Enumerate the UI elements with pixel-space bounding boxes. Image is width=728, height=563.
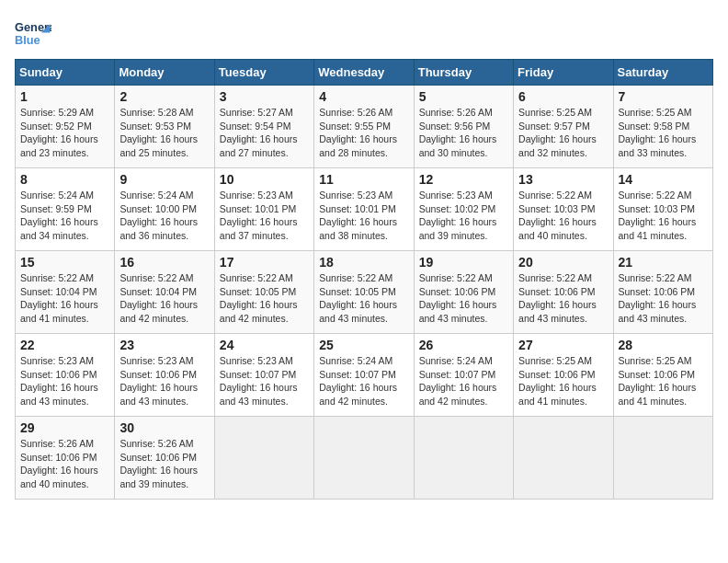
weekday-header-cell: Thursday (414, 60, 513, 86)
day-info: Sunrise: 5:23 AMSunset: 10:06 PMDaylight… (20, 354, 109, 408)
day-number: 6 (518, 89, 608, 104)
day-number: 23 (119, 338, 209, 352)
day-info: Sunrise: 5:24 AMSunset: 10:00 PMDaylight… (119, 189, 209, 243)
calendar-day-cell: 2Sunrise: 5:28 AMSunset: 9:53 PMDaylight… (115, 86, 214, 168)
calendar-day-cell: 22Sunrise: 5:23 AMSunset: 10:06 PMDaylig… (16, 334, 115, 417)
day-info: Sunrise: 5:26 AMSunset: 10:06 PMDaylight… (119, 437, 209, 491)
day-number: 12 (419, 172, 508, 187)
weekday-header-cell: Sunday (16, 60, 115, 86)
calendar-day-cell: 21Sunrise: 5:22 AMSunset: 10:06 PMDaylig… (613, 251, 712, 334)
day-info: Sunrise: 5:22 AMSunset: 10:05 PMDaylight… (319, 271, 408, 326)
day-info: Sunrise: 5:23 AMSunset: 10:01 PMDaylight… (220, 189, 309, 243)
calendar-day-cell: 9Sunrise: 5:24 AMSunset: 10:00 PMDayligh… (115, 168, 214, 251)
calendar-day-cell: 10Sunrise: 5:23 AMSunset: 10:01 PMDaylig… (214, 168, 313, 251)
calendar-day-cell (514, 417, 613, 500)
calendar-week-row: 15Sunrise: 5:22 AMSunset: 10:04 PMDaylig… (16, 251, 713, 334)
day-number: 1 (20, 89, 109, 104)
weekday-header-row: SundayMondayTuesdayWednesdayThursdayFrid… (16, 60, 713, 86)
calendar-day-cell: 14Sunrise: 5:22 AMSunset: 10:03 PMDaylig… (613, 168, 712, 251)
day-number: 9 (119, 172, 209, 187)
day-number: 20 (518, 255, 608, 270)
svg-text:Blue: Blue (15, 33, 40, 47)
calendar-day-cell: 20Sunrise: 5:22 AMSunset: 10:06 PMDaylig… (514, 251, 613, 334)
calendar-day-cell: 26Sunrise: 5:24 AMSunset: 10:07 PMDaylig… (414, 334, 513, 417)
weekday-header-cell: Wednesday (314, 60, 414, 86)
day-info: Sunrise: 5:28 AMSunset: 9:53 PMDaylight:… (119, 106, 209, 160)
calendar-day-cell: 29Sunrise: 5:26 AMSunset: 10:06 PMDaylig… (16, 417, 115, 500)
day-number: 22 (20, 338, 109, 352)
calendar-day-cell: 5Sunrise: 5:26 AMSunset: 9:56 PMDaylight… (414, 86, 513, 168)
day-number: 19 (419, 255, 508, 270)
weekday-header-cell: Monday (115, 60, 214, 86)
day-info: Sunrise: 5:22 AMSunset: 10:06 PMDaylight… (419, 271, 508, 326)
calendar-body: 1Sunrise: 5:29 AMSunset: 9:52 PMDaylight… (16, 86, 713, 500)
day-number: 15 (20, 255, 109, 270)
day-number: 30 (119, 420, 209, 435)
day-info: Sunrise: 5:22 AMSunset: 10:06 PMDaylight… (619, 271, 708, 326)
calendar-day-cell: 19Sunrise: 5:22 AMSunset: 10:06 PMDaylig… (414, 251, 513, 334)
calendar-week-row: 29Sunrise: 5:26 AMSunset: 10:06 PMDaylig… (16, 417, 713, 500)
calendar-day-cell: 7Sunrise: 5:25 AMSunset: 9:58 PMDaylight… (613, 86, 712, 168)
day-info: Sunrise: 5:23 AMSunset: 10:02 PMDaylight… (419, 189, 508, 243)
day-number: 10 (220, 172, 309, 187)
day-info: Sunrise: 5:25 AMSunset: 10:06 PMDaylight… (518, 354, 608, 408)
day-number: 3 (220, 89, 309, 104)
calendar-day-cell: 16Sunrise: 5:22 AMSunset: 10:04 PMDaylig… (115, 251, 214, 334)
calendar-day-cell: 12Sunrise: 5:23 AMSunset: 10:02 PMDaylig… (414, 168, 513, 251)
day-number: 29 (20, 420, 109, 435)
day-info: Sunrise: 5:22 AMSunset: 10:06 PMDaylight… (518, 271, 608, 326)
day-info: Sunrise: 5:24 AMSunset: 10:07 PMDaylight… (419, 354, 508, 408)
calendar-week-row: 8Sunrise: 5:24 AMSunset: 9:59 PMDaylight… (16, 168, 713, 251)
calendar-table: SundayMondayTuesdayWednesdayThursdayFrid… (15, 59, 713, 500)
day-number: 21 (619, 255, 708, 270)
day-info: Sunrise: 5:25 AMSunset: 9:58 PMDaylight:… (619, 106, 708, 160)
calendar-day-cell: 1Sunrise: 5:29 AMSunset: 9:52 PMDaylight… (16, 86, 115, 168)
day-number: 4 (319, 89, 408, 104)
day-info: Sunrise: 5:23 AMSunset: 10:06 PMDaylight… (119, 354, 209, 408)
calendar-day-cell: 15Sunrise: 5:22 AMSunset: 10:04 PMDaylig… (16, 251, 115, 334)
day-info: Sunrise: 5:22 AMSunset: 10:03 PMDaylight… (619, 189, 708, 243)
day-number: 13 (518, 172, 608, 187)
day-info: Sunrise: 5:24 AMSunset: 9:59 PMDaylight:… (20, 189, 109, 243)
day-number: 24 (220, 338, 309, 352)
day-info: Sunrise: 5:29 AMSunset: 9:52 PMDaylight:… (20, 106, 109, 160)
calendar-day-cell (414, 417, 513, 500)
calendar-day-cell: 23Sunrise: 5:23 AMSunset: 10:06 PMDaylig… (115, 334, 214, 417)
calendar-day-cell (214, 417, 313, 500)
day-number: 2 (119, 89, 209, 104)
day-info: Sunrise: 5:26 AMSunset: 9:56 PMDaylight:… (419, 106, 508, 160)
day-info: Sunrise: 5:23 AMSunset: 10:01 PMDaylight… (319, 189, 408, 243)
day-number: 7 (619, 89, 708, 104)
day-info: Sunrise: 5:22 AMSunset: 10:05 PMDaylight… (220, 271, 309, 326)
calendar-day-cell: 27Sunrise: 5:25 AMSunset: 10:06 PMDaylig… (514, 334, 613, 417)
day-number: 27 (518, 338, 608, 352)
calendar-day-cell: 30Sunrise: 5:26 AMSunset: 10:06 PMDaylig… (115, 417, 214, 500)
day-number: 25 (319, 338, 408, 352)
calendar-day-cell: 28Sunrise: 5:25 AMSunset: 10:06 PMDaylig… (613, 334, 712, 417)
calendar-day-cell: 4Sunrise: 5:26 AMSunset: 9:55 PMDaylight… (314, 86, 414, 168)
day-info: Sunrise: 5:22 AMSunset: 10:03 PMDaylight… (518, 189, 608, 243)
day-info: Sunrise: 5:26 AMSunset: 10:06 PMDaylight… (20, 437, 109, 491)
day-info: Sunrise: 5:23 AMSunset: 10:07 PMDaylight… (220, 354, 309, 408)
calendar-week-row: 22Sunrise: 5:23 AMSunset: 10:06 PMDaylig… (16, 334, 713, 417)
logo: General Blue (15, 15, 55, 52)
day-info: Sunrise: 5:27 AMSunset: 9:54 PMDaylight:… (220, 106, 309, 160)
day-number: 5 (419, 89, 508, 104)
weekday-header-cell: Saturday (613, 60, 712, 86)
weekday-header-cell: Tuesday (214, 60, 313, 86)
day-info: Sunrise: 5:25 AMSunset: 9:57 PMDaylight:… (518, 106, 608, 160)
day-number: 14 (619, 172, 708, 187)
day-info: Sunrise: 5:25 AMSunset: 10:06 PMDaylight… (619, 354, 708, 408)
day-number: 8 (20, 172, 109, 187)
day-number: 26 (419, 338, 508, 352)
day-number: 11 (319, 172, 408, 187)
calendar-day-cell (314, 417, 414, 500)
calendar-day-cell: 11Sunrise: 5:23 AMSunset: 10:01 PMDaylig… (314, 168, 414, 251)
calendar-day-cell: 13Sunrise: 5:22 AMSunset: 10:03 PMDaylig… (514, 168, 613, 251)
day-info: Sunrise: 5:26 AMSunset: 9:55 PMDaylight:… (319, 106, 408, 160)
weekday-header-cell: Friday (514, 60, 613, 86)
calendar-day-cell: 24Sunrise: 5:23 AMSunset: 10:07 PMDaylig… (214, 334, 313, 417)
day-info: Sunrise: 5:24 AMSunset: 10:07 PMDaylight… (319, 354, 408, 408)
page-header: General Blue (15, 15, 713, 52)
day-info: Sunrise: 5:22 AMSunset: 10:04 PMDaylight… (119, 271, 209, 326)
